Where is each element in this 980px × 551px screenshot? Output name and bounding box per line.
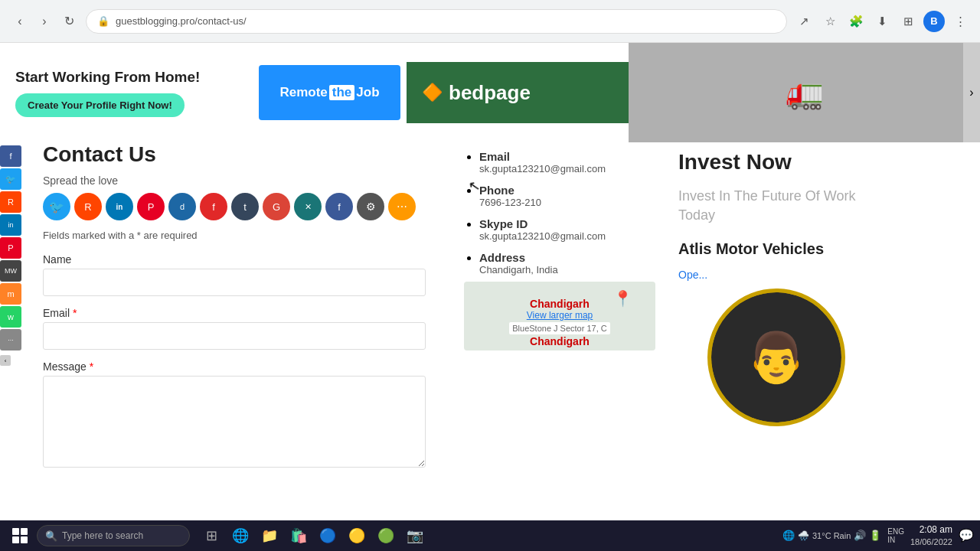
name-label: Name	[43, 253, 441, 266]
phone-info-value: 7696-123-210	[479, 197, 655, 208]
start-button[interactable]	[6, 522, 34, 549]
share-flipboard[interactable]: f	[200, 193, 227, 220]
share-settings[interactable]: ⚙	[357, 193, 384, 220]
name-input[interactable]	[43, 269, 426, 296]
map-link[interactable]: View larger map	[509, 310, 610, 321]
name-field-group: Name	[43, 253, 441, 296]
windows-logo	[12, 528, 28, 543]
spread-love-label: Spread the love	[43, 174, 441, 187]
sidebar-whatsapp[interactable]: w	[0, 306, 21, 328]
ad-panel: Invest Now Invest In The Future Of Work …	[663, 142, 889, 520]
share-linkedin[interactable]: in	[106, 193, 133, 220]
message-label: Message *	[43, 360, 441, 373]
chrome-icon[interactable]: 🔵	[314, 522, 341, 549]
bedpage-text: bedpage	[449, 81, 531, 105]
share-xing[interactable]: ✕	[294, 193, 322, 220]
downloads-button[interactable]: ⬇	[871, 11, 893, 32]
share-reddit[interactable]: R	[74, 193, 102, 220]
taskbar-right: 🌐 🌧️ 31°C Rain 🔊 🔋 ENG IN 2:08 am 18/06/…	[782, 524, 974, 547]
top-banners: Start Working From Home! Create Your Pro…	[0, 43, 980, 142]
sidebar-twitter[interactable]: 🐦	[0, 168, 21, 190]
refresh-button[interactable]: ↻	[58, 11, 80, 32]
skype-info-value: sk.gupta123210@gmail.com	[479, 230, 655, 242]
share-pinterest[interactable]: P	[137, 193, 165, 220]
bedpage-banner: 🔶 bedpage	[407, 62, 629, 123]
avatar-emoji: 👨	[711, 292, 841, 422]
open-link[interactable]: Ope...	[678, 269, 874, 281]
email-input[interactable]	[43, 322, 426, 350]
wfh-title: Start Working From Home!	[15, 69, 237, 86]
email-label: Email *	[43, 307, 441, 319]
lock-icon: 🔒	[97, 15, 109, 27]
invest-now-title: Invest Now	[678, 150, 874, 174]
contact-info-panel: Email sk.gupta123210@gmail.com Phone 769…	[456, 142, 663, 520]
share-google[interactable]: G	[263, 193, 290, 220]
email-info-value: sk.gupta123210@gmail.com	[479, 163, 655, 174]
sidebar-more[interactable]: ···	[0, 329, 21, 350]
weather-icon[interactable]: 🌧️	[798, 530, 809, 541]
weather-text: 31°C Rain	[812, 531, 851, 540]
url-text: guestblogging.pro/contact-us/	[116, 15, 247, 27]
wfh-banner: Start Working From Home! Create Your Pro…	[0, 43, 253, 142]
share-more[interactable]: ⋯	[388, 193, 416, 220]
sidebar-linkedin[interactable]: in	[0, 214, 21, 236]
sidebar-mix[interactable]: m	[0, 283, 21, 305]
edge-icon[interactable]: 🌐	[227, 522, 254, 549]
map-placeholder: Chandigarh View larger map 📍 BlueStone J…	[509, 298, 610, 334]
tab-grid-button[interactable]: ⊞	[897, 11, 919, 32]
center-panel: Contact Us Spread the love 🐦 R in P d f …	[28, 142, 456, 520]
message-input[interactable]	[43, 376, 426, 468]
extensions-button[interactable]: 🧩	[845, 11, 867, 32]
email-field-group: Email *	[43, 307, 441, 350]
map-area: Chandigarh View larger map 📍 BlueStone J…	[464, 282, 655, 350]
share-tumblr[interactable]: t	[231, 193, 259, 220]
forward-button[interactable]: ›	[34, 11, 55, 32]
menu-button[interactable]: ⋮	[949, 11, 971, 32]
share-digg[interactable]: d	[168, 193, 196, 220]
sound-icon[interactable]: 🔊	[854, 530, 866, 541]
sidebar-mw[interactable]: MW	[0, 260, 21, 282]
sidebar-toggle[interactable]: ‹	[0, 355, 11, 366]
taskbar-search[interactable]: 🔍 Type here to search	[37, 525, 190, 546]
chrome3-icon[interactable]: 🟢	[372, 522, 400, 549]
video-avatar: 👨	[707, 289, 845, 426]
invest-tagline: Invest In The Future Of Work Today	[678, 187, 874, 225]
skype-info-label: Skype ID	[479, 217, 655, 230]
address-info: Address Chandigarh, India	[479, 251, 655, 276]
chrome2-icon[interactable]: 🟡	[343, 522, 371, 549]
share-browser-button[interactable]: ↗	[793, 11, 815, 32]
sidebar-pinterest[interactable]: P	[0, 237, 21, 259]
photos-icon[interactable]: 📷	[401, 522, 429, 549]
message-field-group: Message *	[43, 360, 441, 471]
system-icons: 🌐 🌧️ 31°C Rain 🔊 🔋	[782, 530, 881, 541]
share-twitter[interactable]: 🐦	[43, 193, 70, 220]
time-text: 2:08 am	[910, 524, 952, 536]
profile-icon[interactable]: B	[923, 11, 945, 32]
content-area: f 🐦 R in P MW m w ··· ‹ Contact Us Sprea…	[0, 142, 980, 520]
time-display: 2:08 am 18/06/2022	[910, 524, 952, 547]
fileexplorer-icon[interactable]: 📁	[256, 522, 283, 549]
next-arrow[interactable]: ›	[963, 43, 980, 142]
truck-emoji: 🚛	[786, 75, 824, 111]
map-city: Chandigarh	[509, 298, 610, 310]
share-facebook[interactable]: f	[325, 193, 353, 220]
browser-icons: ↗ ☆ 🧩 ⬇ ⊞ B ⋮	[793, 11, 971, 32]
map-city-bottom: Chandigarh	[530, 335, 590, 347]
remote-text: Remote	[279, 85, 327, 100]
sidebar-reddit[interactable]: R	[0, 191, 21, 213]
bookmark-button[interactable]: ☆	[819, 11, 841, 32]
taskview-button[interactable]: ⊞	[198, 522, 225, 549]
atlis-title: Atlis Motor Vehicles	[678, 240, 874, 258]
the-box: the	[329, 85, 355, 100]
address-info-value: Chandigarh, India	[479, 264, 655, 276]
address-bar[interactable]: 🔒 guestblogging.pro/contact-us/	[86, 9, 787, 34]
job-text: Job	[356, 85, 379, 100]
back-button[interactable]: ‹	[9, 11, 31, 32]
skype-info: Skype ID sk.gupta123210@gmail.com	[479, 217, 655, 242]
sidebar-facebook[interactable]: f	[0, 145, 21, 167]
battery-icon[interactable]: 🔋	[869, 530, 881, 541]
notification-icon[interactable]: 💬	[959, 528, 974, 543]
network-icon[interactable]: 🌐	[782, 530, 795, 541]
store-icon[interactable]: 🛍️	[285, 522, 312, 549]
wfh-cta-button[interactable]: Create Your Profile Right Now!	[15, 93, 185, 117]
